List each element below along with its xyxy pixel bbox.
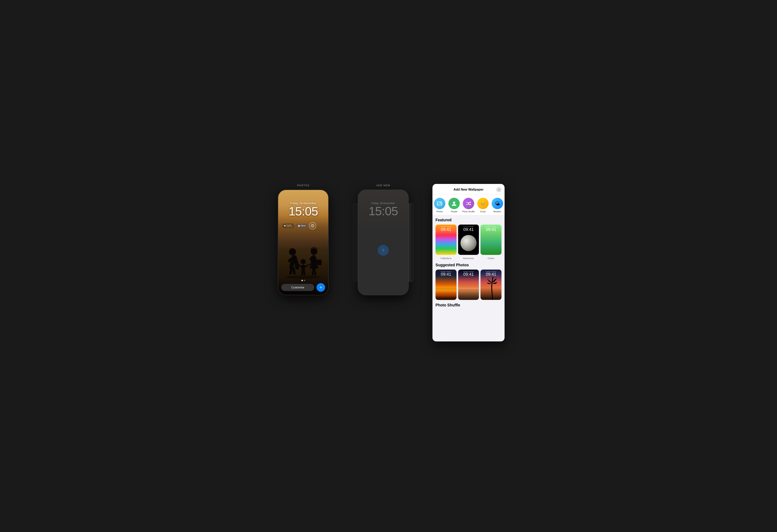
lockscreen-bottom-controls: Customise + [278,278,328,295]
featured-grid: Tuesday, 9 January 09:41 Fri 29 · First … [435,224,502,255]
phone-frame-addnew: Friday, 29 December 15:05 + [358,190,409,295]
addnew-time: Friday, 29 December 15:05 [358,202,408,217]
bottom-action-row: Customise + [281,283,325,292]
weather-temp: H:14° L:5° [287,226,293,227]
category-emoji[interactable]: 😊 Emoji [476,198,490,212]
photos-icon-circle [434,198,445,209]
colour-time-overlay: Tuesday, 9 January 09:41 [480,224,502,232]
photo-shuffle-title: Photo Shuffle [435,303,502,307]
suggested3-time: 09:41 [482,272,501,277]
page-indicator [302,280,305,281]
panel-wallpaper-sheet: Add New Wallpaper × Photos [423,182,514,350]
suggested-grid: Tuesday, 9 January 09:41 Tuesday, 9 Janu… [435,270,502,300]
sheet-title: Add New Wallpaper [441,188,496,191]
svg-rect-4 [317,259,322,265]
category-weather[interactable]: 🌤 Weather [490,198,505,212]
svg-point-3 [311,248,317,255]
suggested1-overlay: Tuesday, 9 January 09:41 [435,270,456,277]
panel2-phone-wrapper: Friday, 29 December 15:05 + [358,190,409,295]
people-icon-circle [448,198,460,209]
colour-label-wrapper: Colour [480,256,502,259]
target-widget [309,222,316,229]
weather-widget: ☁️ Cloudy H:14° L:5° [282,223,294,228]
colour-time: 09:41 [482,227,501,232]
sheet-header: Add New Wallpaper × [432,184,505,195]
shuffle-icon [465,200,471,206]
panel1-label: PHOTOS [297,184,310,187]
sunset1-water [435,288,456,300]
target-dot [312,225,313,226]
dot-inactive [304,280,305,281]
family-silhouette-container [278,234,328,279]
category-emoji-label: Emoji [480,210,485,212]
lockscreen-widgets: ☁️ Cloudy H:14° L:5° 📅 None [282,222,316,229]
collections-label-wrapper: Collections [435,256,456,259]
suggested3-overlay: Tuesday, 9 January 09:41 [480,270,502,277]
colour-label: Colour [488,257,494,259]
family-silhouette-svg [282,234,325,279]
target-ring [311,224,314,227]
weather-icon-circle: 🌤 [491,198,503,209]
svg-line-5 [299,264,301,267]
lockscreen-screen: Friday, 29 December 15:05 ☁️ Cloudy H:14… [278,190,328,295]
calendar-icon: 📅 [298,225,300,227]
collections-label: Collections [440,257,451,259]
photos-icon [437,200,443,206]
svg-point-2 [301,259,306,264]
palm-tree-svg [487,275,497,300]
category-shuffle[interactable]: Photo Shuffle [461,198,476,212]
customise-button[interactable]: Customise [281,284,314,291]
svg-line-6 [306,264,311,267]
collections-time: 09:41 [437,227,455,232]
category-weather-label: Weather [493,210,501,212]
suggested-thumb-2[interactable]: Tuesday, 9 January 09:41 [458,270,479,300]
panel-add-new: ADD NEW Friday, 29 December 15:05 + [343,182,423,350]
category-people[interactable]: People [447,198,461,212]
featured-colour-thumb[interactable]: Tuesday, 9 January 09:41 [480,224,502,255]
featured-section-title: Featured [435,218,502,222]
category-people-label: People [451,210,457,212]
shuffle-icon-circle [463,198,474,209]
suggested-thumb-1[interactable]: Tuesday, 9 January 09:41 [435,270,456,300]
none-widget[interactable]: 📅 None [296,224,308,228]
weather-icon: 🌤 [495,200,500,206]
phone-frame-photos: Friday, 29 December 15:05 ☁️ Cloudy H:14… [278,190,329,295]
close-sheet-button[interactable]: × [496,187,502,192]
emoji-icon-circle: 😊 [477,198,488,209]
lockscreen-clock: 15:05 [278,205,328,217]
sunset2-water [458,289,479,300]
emoji-icon: 😊 [479,200,486,206]
category-photos[interactable]: Photos [432,198,447,212]
sheet-scroll-content[interactable]: Featured Tuesday, 9 January 09:41 [432,215,505,341]
add-new-screen: Friday, 29 December 15:05 + [358,190,408,295]
partial-phone-left [353,203,358,282]
featured-astronomy-thumb[interactable]: Fri 29 · First Quarter 09:41 [458,224,479,255]
svg-rect-7 [437,202,442,205]
add-wallpaper-button[interactable]: + [317,283,325,292]
svg-point-10 [453,202,455,204]
category-shuffle-label: Photo Shuffle [462,210,475,212]
astronomy-time: 09:41 [459,227,478,232]
featured-collections-thumb[interactable]: Tuesday, 9 January 09:41 [435,224,456,255]
photo-shuffle-section: Photo Shuffle [435,303,502,307]
category-photos-label: Photos [436,210,443,212]
suggested2-overlay: Tuesday, 9 January 09:41 [458,270,479,277]
partial-phone-right [409,203,413,282]
suggested-section-title: Suggested Photos [435,263,502,267]
lockscreen-time-display: Friday, 29 December 15:05 [278,202,328,217]
suggested-thumb-3[interactable]: Tuesday, 9 January 09:41 [480,270,502,300]
astronomy-label: Astronomy [463,257,474,259]
featured-labels-row: Collections Astronomy Colour [435,256,502,259]
addnew-clock: 15:05 [358,205,408,217]
cloud-icon: ☁️ [284,225,286,227]
suggested1-time: 09:41 [437,272,455,277]
astronomy-label-wrapper: Astronomy [458,256,479,259]
panel-photos: PHOTOS [263,182,343,350]
moon-circle [460,235,476,251]
svg-point-1 [289,248,296,255]
weather-condition: Cloudy [287,224,293,226]
people-icon [451,200,457,206]
dot-active [302,280,303,281]
categories-row: Photos People [432,195,505,215]
panel2-label: ADD NEW [376,184,390,187]
